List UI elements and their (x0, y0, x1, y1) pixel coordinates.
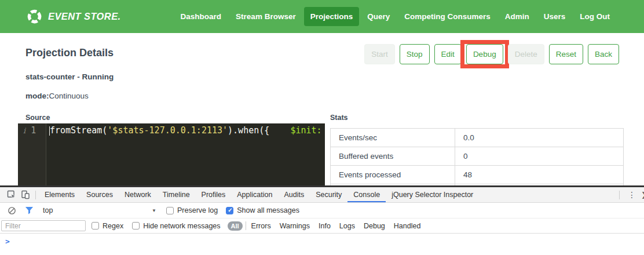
stats-heading: Stats (330, 114, 348, 122)
nav-item-log-out[interactable]: Log Out (573, 7, 616, 26)
devtools-tabbar: ElementsSourcesNetworkTimelineProfilesAp… (0, 187, 644, 203)
eventstore-logo[interactable]: EVENT STORE. (27, 9, 121, 24)
code-token: $init: (290, 125, 321, 136)
button-wrap-delete: Delete (508, 44, 544, 64)
devtools-tab-network[interactable]: Network (119, 187, 157, 202)
projection-action-bar: StartStopEditDebugDeleteResetBack (364, 44, 619, 64)
projection-mode: mode:Continuous (25, 92, 89, 100)
devtools-tab-application[interactable]: Application (231, 187, 278, 202)
nav-item-stream-browser[interactable]: Stream Browser (229, 7, 302, 26)
button-wrap-stop: Stop (400, 44, 430, 64)
devtools-tabs: ElementsSourcesNetworkTimelineProfilesAp… (39, 187, 479, 202)
stats-row: Buffered events0 (331, 147, 624, 166)
devtools-tab-audits[interactable]: Audits (278, 187, 310, 202)
stat-value: 48 (455, 166, 624, 184)
devtools-tab-jquery-selector-inspector[interactable]: jQuery Selector Inspector (386, 187, 479, 202)
page-title: Projection Details (25, 47, 114, 59)
close-devtools-icon[interactable]: ❯ (641, 191, 644, 199)
mode-label: mode: (25, 92, 49, 100)
filter-separator (246, 221, 246, 230)
devtools-tab-security[interactable]: Security (310, 187, 347, 202)
stats-row: Events processed48 (331, 166, 624, 184)
regex-toggle[interactable]: Regex (92, 222, 123, 230)
projection-status: stats-counter - Running (25, 72, 114, 81)
code-token (322, 125, 325, 136)
brand-text: EVENT STORE. (48, 11, 121, 22)
devtools-tab-sources[interactable]: Sources (80, 187, 119, 202)
nav-item-users[interactable]: Users (537, 7, 572, 26)
code-token: fromStream( (50, 125, 107, 136)
code-token: ).when({ (228, 125, 269, 136)
hide-network-checkbox[interactable] (132, 222, 140, 230)
nav-item-dashboard[interactable]: Dashboard (174, 7, 228, 26)
level-filter-debug[interactable]: Debug (364, 222, 385, 230)
nav-item-admin[interactable]: Admin (499, 7, 536, 26)
level-filter-info[interactable]: Info (319, 222, 331, 230)
regex-label: Regex (103, 222, 123, 230)
devtools-tab-timeline[interactable]: Timeline (157, 187, 196, 202)
eventstore-ring-icon (27, 9, 42, 24)
stat-label: Events processed (331, 166, 455, 184)
code-token (269, 125, 290, 136)
more-options-icon[interactable]: ⋮ (623, 190, 641, 199)
preserve-log-toggle[interactable]: Preserve log (166, 206, 218, 214)
devtools-tab-elements[interactable]: Elements (39, 187, 80, 202)
frame-context-value: top (43, 206, 53, 214)
level-filter-logs[interactable]: Logs (339, 222, 355, 230)
reset-button[interactable]: Reset (549, 44, 583, 64)
console-prompt[interactable]: > (0, 234, 644, 254)
button-wrap-back: Back (588, 44, 619, 64)
frame-context-select[interactable]: top ▼ (43, 206, 156, 214)
filter-all-badge[interactable]: All (228, 221, 243, 231)
console-filter-bar: Regex Hide network messages All ErrorsWa… (0, 218, 644, 234)
hide-network-toggle[interactable]: Hide network messages (132, 222, 220, 230)
level-filter-errors[interactable]: Errors (251, 222, 271, 230)
filter-icon[interactable] (22, 203, 36, 217)
dropdown-arrow-icon: ▼ (152, 208, 156, 213)
devtools-tab-console[interactable]: Console (347, 187, 386, 202)
clear-console-icon[interactable] (5, 203, 19, 217)
console-toolbar: top ▼ Preserve log Show all messages (0, 203, 644, 218)
stat-label: Events/sec (331, 129, 455, 147)
show-all-messages-checkbox[interactable] (226, 207, 233, 214)
stat-value: 0.0 (455, 129, 624, 147)
filter-input[interactable] (1, 220, 86, 231)
back-button[interactable]: Back (588, 44, 619, 64)
level-filter-handled[interactable]: Handled (394, 222, 421, 230)
level-filter-warnings[interactable]: Warnings (280, 222, 310, 230)
stat-value: 0 (455, 147, 624, 166)
button-wrap-debug: Debug (466, 44, 503, 64)
prompt-chevron-icon: > (5, 237, 10, 254)
inspect-element-icon[interactable] (5, 188, 19, 202)
nav-item-projections[interactable]: Projections (304, 7, 360, 26)
devtools-panel: ElementsSourcesNetworkTimelineProfilesAp… (0, 185, 644, 255)
button-wrap-edit: Edit (434, 44, 462, 64)
nav-item-competing-consumers[interactable]: Competing Consumers (398, 7, 497, 26)
top-navbar: EVENT STORE. DashboardStream BrowserProj… (0, 0, 644, 33)
main-nav: DashboardStream BrowserProjectionsQueryC… (174, 7, 616, 26)
regex-checkbox[interactable] (92, 222, 99, 230)
stat-label: Buffered events (331, 147, 455, 166)
devtools-tab-profiles[interactable]: Profiles (196, 187, 232, 202)
preserve-log-label: Preserve log (177, 206, 218, 214)
delete-button[interactable]: Delete (508, 44, 544, 64)
level-filters: ErrorsWarningsInfoLogsDebugHandled (251, 222, 421, 230)
stop-button[interactable]: Stop (400, 44, 430, 64)
show-all-messages-label: Show all messages (237, 206, 299, 214)
start-button[interactable]: Start (364, 44, 395, 64)
debug-button[interactable]: Debug (466, 44, 503, 64)
right-separator (619, 191, 620, 199)
device-toolbar-icon[interactable] (19, 188, 32, 202)
devtools-right-controls: ⋮ ❯ (616, 187, 644, 202)
code-token: '$stats-127.0.0.1:2113' (107, 125, 228, 136)
mode-value: Continuous (49, 92, 89, 100)
button-wrap-reset: Reset (549, 44, 583, 64)
source-heading: Source (25, 114, 50, 122)
hide-network-label: Hide network messages (143, 222, 220, 230)
nav-item-query[interactable]: Query (361, 7, 396, 26)
show-all-messages-toggle[interactable]: Show all messages (226, 206, 299, 214)
preserve-log-checkbox[interactable] (166, 207, 174, 214)
button-wrap-start: Start (364, 44, 395, 64)
tabbar-separator (35, 191, 36, 199)
edit-button[interactable]: Edit (434, 44, 462, 64)
